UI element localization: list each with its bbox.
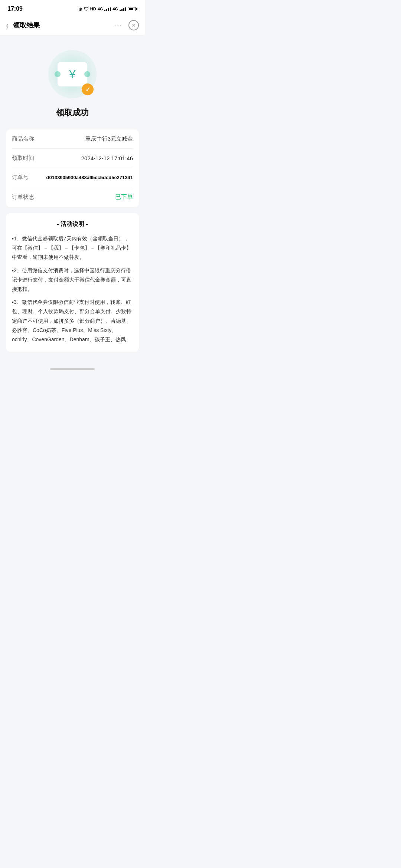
- signal-bars-2: [120, 7, 126, 11]
- yen-symbol: ¥: [69, 68, 76, 81]
- header-left: ‹ 领取结果: [6, 21, 40, 30]
- label-product-name: 商品名称: [12, 135, 34, 142]
- notice-item-3: ▪3、微信代金券仅限微信商业支付时使用，转账、红包、理财、个人收款码支付、部分合…: [12, 297, 133, 344]
- notice-title: - 活动说明 -: [12, 220, 133, 228]
- notice-item-1: ▪1、微信代金券领取后7天内有效（含领取当日），可在【微信】－【我】－【卡包】－…: [12, 234, 133, 262]
- info-row-status: 订单状态 已下单: [12, 187, 133, 207]
- signal-bars-1: [104, 7, 111, 11]
- header-right: ··· ✕: [114, 20, 139, 30]
- notice-item-2: ▪2、使用微信支付消费时，选择中国银行重庆分行借记卡进行支付，支付金额大于微信代…: [12, 266, 133, 294]
- more-button[interactable]: ···: [114, 21, 123, 30]
- close-button[interactable]: ✕: [128, 20, 139, 30]
- notice-card: - 活动说明 - ▪1、微信代金券领取后7天内有效（含领取当日），可在【微信】－…: [6, 213, 139, 352]
- value-claim-time: 2024-12-12 17:01:46: [81, 155, 133, 161]
- value-product-name: 重庆中行3元立减金: [85, 135, 133, 142]
- status-icons: ⊕ 🛡 HD 4G 4G: [78, 6, 137, 12]
- battery-icon: [128, 7, 137, 11]
- success-icon-container: ¥ ✓: [48, 50, 97, 98]
- bottom-bar: [0, 365, 145, 376]
- status-time: 17:09: [7, 6, 23, 12]
- 4g-icon-1: 4G: [98, 7, 103, 11]
- label-claim-time: 领取时间: [12, 155, 34, 162]
- page-title: 领取结果: [13, 21, 40, 30]
- home-indicator: [50, 368, 95, 370]
- notice-body: ▪1、微信代金券领取后7天内有效（含领取当日），可在【微信】－【我】－【卡包】－…: [12, 234, 133, 344]
- shield-icon: 🛡: [84, 6, 89, 12]
- main-content: ¥ ✓ 领取成功 商品名称 重庆中行3元立减金 领取时间 2024-12-12 …: [0, 35, 145, 365]
- header: ‹ 领取结果 ··· ✕: [0, 16, 145, 35]
- info-card: 商品名称 重庆中行3元立减金 领取时间 2024-12-12 17:01:46 …: [6, 129, 139, 207]
- back-button[interactable]: ‹: [6, 21, 9, 30]
- label-order-id: 订单号: [12, 174, 34, 181]
- status-bar: 17:09 ⊕ 🛡 HD 4G 4G: [0, 0, 145, 16]
- close-icon: ✕: [131, 22, 136, 28]
- coupon-icon: ¥: [58, 62, 87, 86]
- hero-title: 领取成功: [56, 107, 89, 118]
- value-order-status: 已下单: [115, 193, 133, 201]
- value-order-id: d0138905930a488a95cc5dcd5e271341: [46, 175, 133, 180]
- hero-section: ¥ ✓ 领取成功: [6, 35, 139, 129]
- hd-icon: HD: [90, 7, 96, 11]
- nfc-icon: ⊕: [78, 6, 82, 12]
- info-row-order-id: 订单号 d0138905930a488a95cc5dcd5e271341: [12, 168, 133, 187]
- info-row-name: 商品名称 重庆中行3元立减金: [12, 129, 133, 149]
- label-order-status: 订单状态: [12, 194, 34, 201]
- info-row-time: 领取时间 2024-12-12 17:01:46: [12, 149, 133, 168]
- 4g-icon-2: 4G: [113, 7, 118, 11]
- checkmark-icon: ✓: [85, 86, 90, 93]
- check-badge: ✓: [82, 83, 94, 95]
